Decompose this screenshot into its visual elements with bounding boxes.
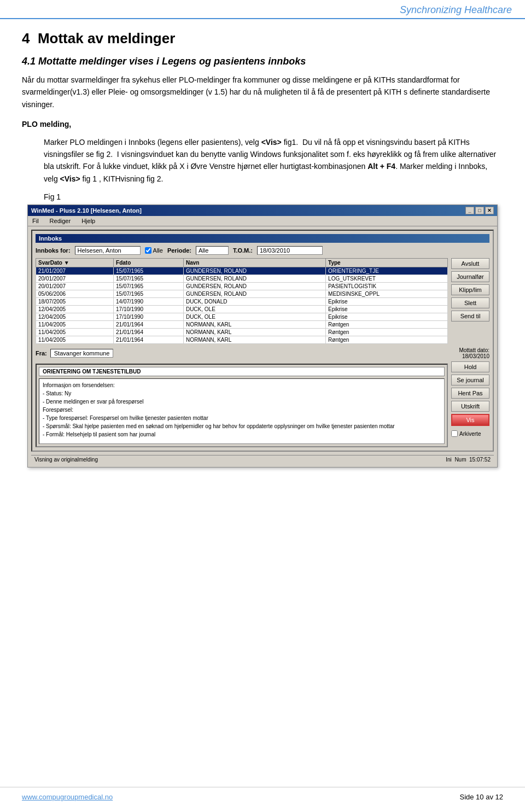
detail-line: - Type forespørsel: Forespørsel om hvilk…	[43, 414, 441, 422]
tom-field: 18/03/2010	[257, 246, 323, 255]
table-cell-svardato: 05/06/2006	[36, 290, 114, 298]
menu-bar: Fil Rediger Hjelp	[28, 216, 497, 226]
table-cell-svardato: 18/07/2005	[36, 298, 114, 306]
detail-content: Informasjon om forsendelsen:- Status: Ny…	[39, 378, 445, 444]
menu-fil[interactable]: Fil	[30, 217, 41, 225]
utskrift-button[interactable]: Utskrift	[451, 401, 489, 412]
fra-label: Fra:	[36, 350, 47, 357]
alle-label: Alle	[153, 247, 163, 254]
fig-label: Fig 1	[44, 192, 503, 201]
col-navn: Navn	[183, 259, 325, 267]
maximize-button[interactable]: □	[475, 207, 484, 214]
alle-checkbox[interactable]	[145, 247, 151, 254]
klipp-lim-button[interactable]: Klipp/lim	[451, 284, 489, 295]
innboks-title: Innboks	[36, 234, 489, 243]
table-cell-navn: NORMANN, KARL	[183, 329, 325, 336]
table-cell-svardato: 12/04/2005	[36, 306, 114, 313]
table-cell-type: Epikrise	[326, 298, 448, 306]
section-heading: 4.1 Mottatte meldinger vises i Legens og…	[22, 56, 503, 67]
hent-pas-button[interactable]: Hent Pas	[451, 388, 489, 399]
table-cell-navn: DUCK, OLE	[183, 306, 325, 313]
table-cell-navn: GUNDERSEN, ROLAND	[183, 275, 325, 283]
table-cell-navn: NORMANN, KARL	[183, 336, 325, 344]
arkiverte-label: Arkiverte	[459, 431, 481, 437]
vis-button[interactable]: Vis	[451, 414, 489, 426]
table-cell-type: Røntgen	[326, 336, 448, 344]
send-til-button[interactable]: Send til	[451, 311, 489, 322]
table-row[interactable]: 21/01/200715/07/1965GUNDERSEN, ROLANDORI…	[36, 267, 448, 275]
footer: www.compugroupmedical.no Side 10 av 12	[0, 787, 525, 801]
table-cell-type: Epikrise	[326, 306, 448, 313]
paragraph-1: Når du mottar svarmeldinger fra sykehus …	[22, 74, 503, 110]
minimize-button[interactable]: _	[465, 207, 474, 214]
table-row[interactable]: 11/04/200521/01/1964NORMANN, KARLRøntgen	[36, 329, 448, 336]
plo-label: PLO melding,	[22, 120, 71, 128]
table-cell-navn: DUCK, DONALD	[183, 298, 325, 306]
right-buttons-top: Avslutt Journalfør Klipp/lim Slett Send …	[451, 258, 489, 344]
table-cell-type: Røntgen	[326, 329, 448, 336]
table-cell-fdato: 21/01/1964	[114, 336, 184, 344]
table-row[interactable]: 05/06/200615/07/1965GUNDERSEN, ROLANDMED…	[36, 290, 448, 298]
detail-title-bar: ORIENTERING OM TJENESTETILBUD	[39, 367, 445, 376]
se-journal-button[interactable]: Se journal	[451, 375, 489, 385]
header-title: Synchronizing Healthcare	[400, 4, 512, 16]
footer-link[interactable]: www.compugroupmedical.no	[22, 793, 113, 801]
plo-section: PLO melding, Marker PLO meldingen i Innb…	[22, 118, 503, 185]
table-cell-type: PASIENTLOGISTIK	[326, 283, 448, 290]
app-body: Innboks Innboks for: Helsesen, Anton All…	[28, 226, 497, 467]
close-button[interactable]: ✕	[485, 207, 494, 214]
table-row[interactable]: 12/04/200517/10/1990DUCK, OLEEpikrise	[36, 306, 448, 313]
table-cell-fdato: 21/01/1964	[114, 329, 184, 336]
table-cell-fdato: 17/10/1990	[114, 313, 184, 321]
col-svardato: SvarDato ▼	[36, 259, 114, 267]
avslutt-button[interactable]: Avslutt	[451, 258, 489, 269]
table-row[interactable]: 12/04/200517/10/1990DUCK, OLEEpikrise	[36, 313, 448, 321]
table-cell-type: Røntgen	[326, 321, 448, 329]
status-right: Ini Num 15:07:52	[446, 457, 491, 463]
arkiverte-check: Arkiverte	[451, 430, 489, 437]
detail-buttons: Hold Se journal Hent Pas Utskrift Vis Ar…	[451, 361, 489, 447]
table-cell-navn: NORMANN, KARL	[183, 321, 325, 329]
title-bar: WinMed - Pluss 2.10 [Helsesen, Anton] _ …	[28, 205, 497, 216]
detail-line: - Status: Ny	[43, 389, 441, 398]
table-cell-svardato: 21/01/2007	[36, 267, 114, 275]
app-window: WinMed - Pluss 2.10 [Helsesen, Anton] _ …	[27, 205, 498, 468]
table-row[interactable]: 11/04/200521/01/1964NORMANN, KARLRøntgen	[36, 321, 448, 329]
table-cell-navn: GUNDERSEN, ROLAND	[183, 290, 325, 298]
col-fdato: Fdato	[114, 259, 184, 267]
menu-hjelp[interactable]: Hjelp	[79, 217, 97, 225]
hold-button[interactable]: Hold	[451, 361, 489, 372]
plo-body: Marker PLO meldingen i Innboks (legens e…	[44, 136, 503, 185]
detail-line: Informasjon om forsendelsen:	[43, 381, 441, 389]
inbox-table-container: SvarDato ▼ Fdato Navn Type 21/01/200715/…	[36, 258, 448, 344]
chapter-heading: 4 Mottak av meldinger	[22, 30, 503, 47]
table-row[interactable]: 18/07/200514/07/1990DUCK, DONALDEpikrise	[36, 298, 448, 306]
menu-rediger[interactable]: Rediger	[48, 217, 73, 225]
tom-label: T.O.M.:	[233, 247, 253, 254]
table-row[interactable]: 20/01/200715/07/1965GUNDERSEN, ROLANDPAS…	[36, 283, 448, 290]
inbox-table: SvarDato ▼ Fdato Navn Type 21/01/200715/…	[36, 258, 448, 344]
detail-line: - Denne meldingen er svar på forespørsel	[43, 398, 441, 406]
table-cell-svardato: 12/04/2005	[36, 313, 114, 321]
slett-button[interactable]: Slett	[451, 297, 489, 308]
detail-bottom-row: ORIENTERING OM TJENESTETILBUD Informasjo…	[36, 361, 489, 447]
col-type: Type	[326, 259, 448, 267]
table-cell-fdato: 17/10/1990	[114, 306, 184, 313]
table-cell-fdato: 15/07/1965	[114, 267, 184, 275]
fra-row: Fra: Stavanger kommune Mottatt dato: 18/…	[36, 347, 489, 359]
mottatt-block: Mottatt dato: 18/03/2010	[459, 347, 489, 359]
alle-checkbox-group: Alle	[145, 247, 163, 254]
table-cell-svardato: 20/01/2007	[36, 275, 114, 283]
table-cell-fdato: 15/07/1965	[114, 283, 184, 290]
table-row[interactable]: 11/04/200521/01/1964NORMANN, KARLRøntgen	[36, 336, 448, 344]
innboks-panel: Innboks Innboks for: Helsesen, Anton All…	[31, 230, 494, 452]
table-row[interactable]: 20/01/200715/07/1965GUNDERSEN, ROLANDLOG…	[36, 275, 448, 283]
journalfor-button[interactable]: Journalfør	[451, 271, 489, 282]
table-cell-svardato: 11/04/2005	[36, 321, 114, 329]
periode-dropdown[interactable]: Alle	[196, 246, 229, 255]
mottatt-label: Mottatt dato:	[459, 347, 489, 353]
status-left: Visning av originalmelding	[34, 457, 98, 463]
arkiverte-checkbox[interactable]	[451, 430, 458, 437]
table-cell-fdato: 15/07/1965	[114, 290, 184, 298]
detail-main: ORIENTERING OM TJENESTETILBUD Informasjo…	[36, 361, 448, 447]
